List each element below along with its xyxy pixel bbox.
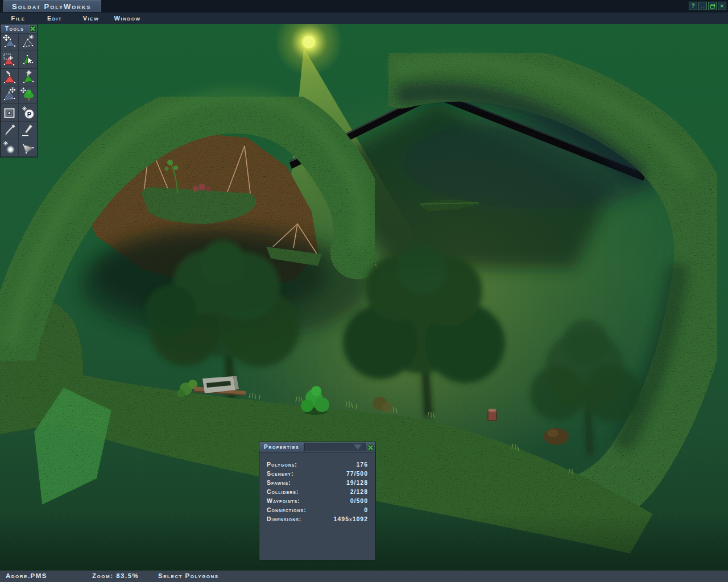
menu-file[interactable]: File: [0, 13, 36, 24]
light-tool-icon: [2, 140, 17, 155]
texture-polygon-tool-icon: [20, 70, 35, 85]
create-polygon-tool-icon: [2, 70, 17, 85]
property-row-scenery: Scenery: 77/500: [259, 469, 375, 478]
rollup-icon[interactable]: [354, 444, 362, 450]
help-button[interactable]: ?: [689, 2, 697, 10]
property-value: 77/500: [346, 469, 368, 478]
menu-view[interactable]: View: [73, 13, 109, 24]
status-bar: Adore.PMS Zoom: 83.5% Select Polygons: [0, 571, 728, 582]
tools-grid: P: [1, 34, 37, 157]
property-value: 176: [356, 460, 368, 469]
help-icon: ?: [691, 3, 694, 10]
shade-tool-icon: [20, 140, 35, 155]
property-row-dimensions: Dimensions: 1495x1092: [259, 514, 375, 523]
depth-map-tool-button[interactable]: [1, 86, 19, 104]
light-tool-button[interactable]: [1, 139, 19, 157]
plant: [177, 389, 185, 397]
color-picker-tool-icon: [2, 123, 17, 138]
properties-panel: Properties Polygons: 176 Scenery:: [259, 442, 376, 560]
move-tool-icon: [20, 52, 35, 67]
selection-tool-button[interactable]: [1, 51, 19, 69]
map-canvas[interactable]: Tools: [0, 24, 728, 571]
polyworks-window: Soldat PolyWorks ? _ ✕ File Edit View Wi…: [0, 0, 728, 582]
property-row-connections: Connections: 0: [259, 505, 375, 514]
texture-polygon-tool-button[interactable]: [19, 69, 37, 86]
close-icon: [30, 26, 35, 31]
window-titlebar: Soldat PolyWorks ? _ ✕: [0, 0, 728, 13]
barrel: [488, 409, 497, 421]
status-file-name: Adore.PMS: [6, 572, 47, 579]
collider-tool-button[interactable]: [1, 104, 19, 122]
close-icon: ✕: [719, 3, 724, 10]
restore-icon: [710, 4, 715, 9]
window-title: Soldat PolyWorks: [3, 0, 101, 12]
spawn-point-tool-button[interactable]: P: [19, 104, 37, 122]
properties-title-strip: [304, 443, 366, 451]
property-value: 0/500: [350, 496, 368, 505]
collider-tool-icon: [2, 105, 17, 120]
properties-close-button[interactable]: [367, 444, 374, 451]
property-value: 1495x1092: [334, 514, 368, 523]
property-label: Scenery:: [267, 469, 293, 478]
restore-button[interactable]: [708, 2, 717, 10]
rock: [547, 429, 559, 437]
properties-title: Properties: [259, 442, 304, 452]
menu-window[interactable]: Window: [109, 13, 146, 24]
depth-map-tool-icon: [2, 88, 17, 102]
menu-bar: File Edit View Window: [0, 13, 728, 24]
property-value: 2/128: [350, 487, 368, 496]
pencil-tool-button[interactable]: [19, 122, 37, 139]
window-controls: ? _ ✕: [689, 2, 726, 10]
property-label: Colliders:: [267, 487, 299, 496]
transform-tool-button[interactable]: [1, 34, 19, 51]
tools-close-button[interactable]: [29, 25, 36, 32]
properties-body: Polygons: 176 Scenery: 77/500 Spawns: 19…: [259, 452, 375, 523]
property-value: 19/128: [346, 478, 368, 487]
spawn-point-tool-icon: P: [20, 105, 35, 120]
close-button[interactable]: ✕: [718, 2, 726, 10]
move-tool-button[interactable]: [19, 51, 37, 69]
property-row-spawns: Spawns: 19/128: [259, 478, 375, 487]
create-polygon-tool-button[interactable]: [1, 69, 19, 86]
close-icon: [368, 445, 373, 450]
transform-tool-icon: [2, 35, 17, 49]
menu-edit[interactable]: Edit: [36, 13, 73, 24]
pencil-tool-icon: [20, 123, 35, 138]
tools-palette-title: Tools: [1, 24, 28, 33]
color-picker-tool-button[interactable]: [1, 122, 19, 139]
property-label: Dimensions:: [267, 514, 301, 523]
selection-tool-icon: [2, 52, 17, 67]
property-label: Waypoints:: [267, 496, 300, 505]
bush-brown: [382, 402, 392, 413]
properties-titlebar[interactable]: Properties: [259, 442, 375, 452]
shade-tool-button[interactable]: [19, 139, 37, 157]
status-zoom-level: Zoom: 83.5%: [92, 572, 139, 579]
select-vertices-tool-button[interactable]: [19, 34, 37, 51]
property-label: Spawns:: [267, 478, 291, 487]
property-label: Polygons:: [267, 460, 297, 469]
scenery-tool-icon: [20, 88, 35, 102]
minimize-button[interactable]: _: [698, 2, 707, 10]
svg-text:P: P: [27, 111, 31, 118]
property-row-waypoints: Waypoints: 0/500: [259, 496, 375, 505]
property-row-colliders: Colliders: 2/128: [259, 487, 375, 496]
property-row-polygons: Polygons: 176: [259, 460, 375, 469]
status-tool-mode: Select Polygons: [158, 572, 219, 579]
tools-palette-titlebar[interactable]: Tools: [1, 24, 37, 34]
property-label: Connections:: [267, 505, 307, 514]
tools-palette: Tools: [0, 24, 38, 157]
minimize-icon: _: [701, 1, 705, 8]
property-value: 0: [364, 505, 368, 514]
scenery-tool-button[interactable]: [19, 86, 37, 104]
select-vertices-tool-icon: [20, 35, 35, 49]
